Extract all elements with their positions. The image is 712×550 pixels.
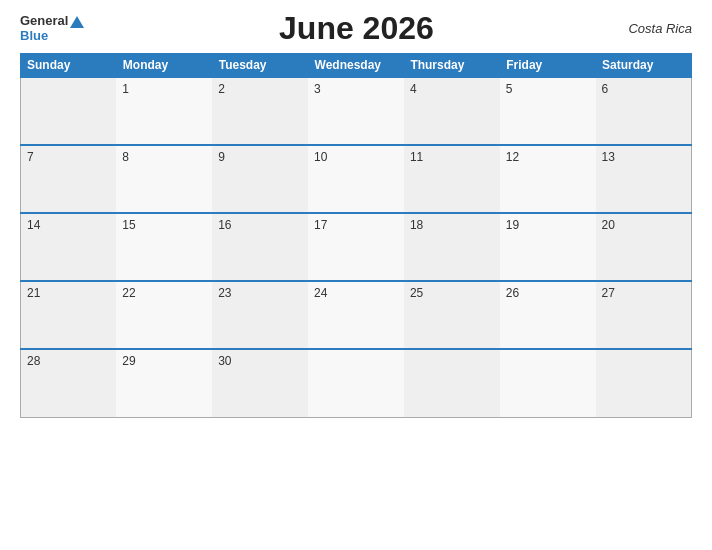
logo: General Blue bbox=[20, 14, 84, 43]
calendar-cell: 21 bbox=[21, 281, 117, 349]
day-number: 4 bbox=[410, 82, 417, 96]
calendar-cell: 13 bbox=[596, 145, 692, 213]
day-number: 19 bbox=[506, 218, 519, 232]
day-number: 6 bbox=[602, 82, 609, 96]
calendar-cell: 24 bbox=[308, 281, 404, 349]
weekday-header-wednesday: Wednesday bbox=[308, 54, 404, 78]
calendar-cell: 5 bbox=[500, 77, 596, 145]
calendar-cell: 28 bbox=[21, 349, 117, 417]
calendar-cell: 10 bbox=[308, 145, 404, 213]
calendar-cell: 4 bbox=[404, 77, 500, 145]
day-number: 15 bbox=[122, 218, 135, 232]
calendar-cell: 20 bbox=[596, 213, 692, 281]
calendar-cell: 11 bbox=[404, 145, 500, 213]
calendar-cell: 30 bbox=[212, 349, 308, 417]
day-number: 24 bbox=[314, 286, 327, 300]
week-row-5: 282930 bbox=[21, 349, 692, 417]
calendar-cell: 8 bbox=[116, 145, 212, 213]
day-number: 8 bbox=[122, 150, 129, 164]
calendar-cell: 9 bbox=[212, 145, 308, 213]
week-row-1: 123456 bbox=[21, 77, 692, 145]
calendar-cell: 22 bbox=[116, 281, 212, 349]
calendar-cell: 15 bbox=[116, 213, 212, 281]
day-number: 30 bbox=[218, 354, 231, 368]
day-number: 27 bbox=[602, 286, 615, 300]
day-number: 26 bbox=[506, 286, 519, 300]
day-number: 10 bbox=[314, 150, 327, 164]
calendar-cell: 17 bbox=[308, 213, 404, 281]
calendar-cell bbox=[308, 349, 404, 417]
week-row-4: 21222324252627 bbox=[21, 281, 692, 349]
day-number: 9 bbox=[218, 150, 225, 164]
calendar-cell: 1 bbox=[116, 77, 212, 145]
calendar-cell bbox=[596, 349, 692, 417]
day-number: 3 bbox=[314, 82, 321, 96]
calendar-cell: 25 bbox=[404, 281, 500, 349]
calendar-cell: 27 bbox=[596, 281, 692, 349]
day-number: 1 bbox=[122, 82, 129, 96]
day-number: 29 bbox=[122, 354, 135, 368]
calendar-cell: 19 bbox=[500, 213, 596, 281]
calendar-cell: 3 bbox=[308, 77, 404, 145]
calendar-cell bbox=[404, 349, 500, 417]
logo-blue-text: Blue bbox=[20, 29, 48, 43]
calendar-cell: 23 bbox=[212, 281, 308, 349]
weekday-header-monday: Monday bbox=[116, 54, 212, 78]
calendar-cell bbox=[500, 349, 596, 417]
country-label: Costa Rica bbox=[628, 21, 692, 36]
day-number: 12 bbox=[506, 150, 519, 164]
day-number: 23 bbox=[218, 286, 231, 300]
day-number: 5 bbox=[506, 82, 513, 96]
day-number: 16 bbox=[218, 218, 231, 232]
logo-triangle-icon bbox=[70, 16, 84, 28]
calendar-cell: 14 bbox=[21, 213, 117, 281]
weekday-header-tuesday: Tuesday bbox=[212, 54, 308, 78]
calendar-cell bbox=[21, 77, 117, 145]
logo-general-text: General bbox=[20, 14, 84, 28]
day-number: 2 bbox=[218, 82, 225, 96]
day-number: 22 bbox=[122, 286, 135, 300]
weekday-header-row: SundayMondayTuesdayWednesdayThursdayFrid… bbox=[21, 54, 692, 78]
weekday-header-sunday: Sunday bbox=[21, 54, 117, 78]
week-row-3: 14151617181920 bbox=[21, 213, 692, 281]
day-number: 13 bbox=[602, 150, 615, 164]
calendar-title: June 2026 bbox=[279, 10, 434, 47]
day-number: 17 bbox=[314, 218, 327, 232]
day-number: 20 bbox=[602, 218, 615, 232]
day-number: 14 bbox=[27, 218, 40, 232]
calendar-table: SundayMondayTuesdayWednesdayThursdayFrid… bbox=[20, 53, 692, 418]
calendar-cell: 7 bbox=[21, 145, 117, 213]
page-header: General Blue June 2026 Costa Rica bbox=[20, 10, 692, 47]
calendar-cell: 2 bbox=[212, 77, 308, 145]
day-number: 18 bbox=[410, 218, 423, 232]
day-number: 28 bbox=[27, 354, 40, 368]
week-row-2: 78910111213 bbox=[21, 145, 692, 213]
weekday-header-saturday: Saturday bbox=[596, 54, 692, 78]
calendar-cell: 29 bbox=[116, 349, 212, 417]
calendar-cell: 26 bbox=[500, 281, 596, 349]
weekday-header-friday: Friday bbox=[500, 54, 596, 78]
day-number: 21 bbox=[27, 286, 40, 300]
calendar-cell: 18 bbox=[404, 213, 500, 281]
calendar-cell: 6 bbox=[596, 77, 692, 145]
calendar-cell: 16 bbox=[212, 213, 308, 281]
day-number: 7 bbox=[27, 150, 34, 164]
day-number: 11 bbox=[410, 150, 423, 164]
day-number: 25 bbox=[410, 286, 423, 300]
calendar-cell: 12 bbox=[500, 145, 596, 213]
weekday-header-thursday: Thursday bbox=[404, 54, 500, 78]
